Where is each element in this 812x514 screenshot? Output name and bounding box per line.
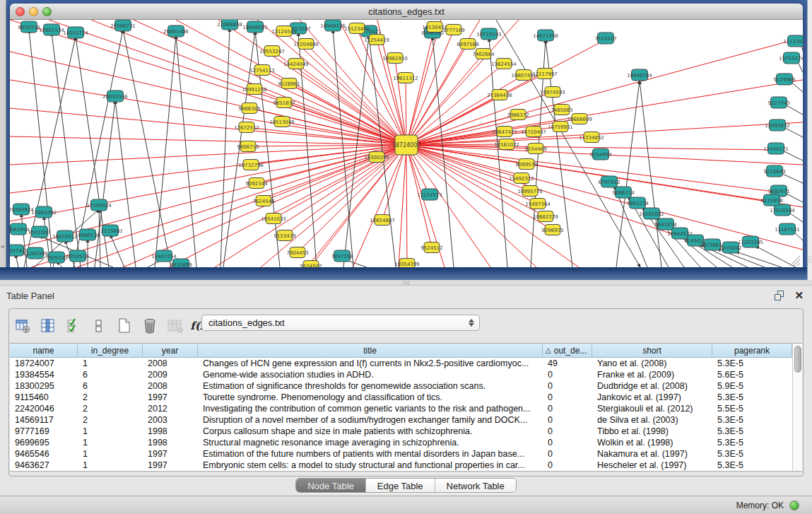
table-mode-icon[interactable] xyxy=(13,316,32,336)
network-window-titlebar[interactable]: citations_edges.txt xyxy=(10,4,803,20)
graph-node[interactable]: 9153419 xyxy=(273,230,295,241)
column-header-pagerank[interactable]: pagerank xyxy=(712,344,792,357)
column-header-in_degree[interactable]: in_degree xyxy=(78,344,143,357)
graph-node[interactable]: 12093832 xyxy=(765,119,790,131)
graph-node[interactable]: 10354399 xyxy=(394,259,420,268)
tab-edge-table[interactable]: Edge Table xyxy=(366,479,435,492)
graph-node[interactable]: 8099579 xyxy=(515,159,537,170)
graph-node[interactable]: 15751074 xyxy=(779,52,803,64)
graph-node[interactable]: 13624554 xyxy=(491,59,517,69)
column-header-title[interactable]: title xyxy=(198,344,543,357)
graph-node[interactable]: 7624546 xyxy=(252,196,275,206)
graph-node[interactable]: 12115681 xyxy=(98,225,123,236)
graph-node[interactable]: 8128961 xyxy=(278,78,300,89)
float-panel-icon[interactable] xyxy=(775,291,785,301)
divider-grip-icon[interactable] xyxy=(403,281,409,285)
graph-node[interactable]: 18724007 xyxy=(392,135,421,155)
graph-node[interactable]: 15981092 xyxy=(31,206,57,218)
graph-node[interactable]: 8215958 xyxy=(760,194,782,206)
table-row[interactable]: 2242004622012Investigating the contribut… xyxy=(10,403,792,414)
trash-icon[interactable] xyxy=(141,316,159,336)
table-row[interactable]: 911546021997Tourette syndrome. Phenomeno… xyxy=(10,392,792,403)
tab-node-table[interactable]: Node Table xyxy=(296,479,366,492)
table-row[interactable]: 1456911722003Disruption of a novel membe… xyxy=(10,414,792,426)
table-row[interactable]: 969969511998Structural magnetic resonanc… xyxy=(10,437,792,448)
graph-node[interactable]: 10682229 xyxy=(533,211,558,222)
graph-node[interactable]: 9886314 xyxy=(612,187,635,198)
split-divider[interactable] xyxy=(0,280,812,286)
close-window-button[interactable] xyxy=(16,7,25,16)
graph-node[interactable]: 7515527 xyxy=(594,33,616,44)
graph-node[interactable]: 12754113 xyxy=(249,65,275,76)
show-columns-icon[interactable] xyxy=(39,316,57,336)
graph-node[interactable]: 18846001 xyxy=(242,21,268,33)
graph-node[interactable]: 7857258 xyxy=(331,250,353,262)
graph-node[interactable]: 15720407 xyxy=(521,127,546,137)
graph-node[interactable]: 7986372 xyxy=(507,110,529,120)
graph-node[interactable]: 7905343 xyxy=(45,252,67,263)
resize-grip-icon[interactable] xyxy=(808,256,811,263)
graph-node[interactable]: 10991258 xyxy=(242,84,267,95)
graph-node[interactable]: 14671358 xyxy=(533,30,558,41)
graph-node[interactable]: 12204869 xyxy=(293,39,319,49)
graph-node[interactable]: 8930899 xyxy=(170,259,192,267)
graph-node[interactable]: 16949126 xyxy=(320,20,346,31)
new-document-icon[interactable] xyxy=(115,316,134,336)
graph-node[interactable]: 8096935 xyxy=(541,225,563,235)
column-header-year[interactable]: year xyxy=(143,344,198,357)
graph-node[interactable]: 9092344 xyxy=(245,178,268,189)
select-checks-icon[interactable] xyxy=(64,316,83,336)
graph-node[interactable]: 9210643 xyxy=(763,165,785,177)
graph-node[interactable]: 19033912 xyxy=(52,230,78,242)
graph-node[interactable]: 14055724 xyxy=(63,27,88,38)
tab-network-table[interactable]: Network Table xyxy=(435,479,516,492)
graph-node[interactable]: 9050513 xyxy=(66,250,88,262)
graph-node[interactable]: 17359924 xyxy=(86,199,112,211)
close-panel-icon[interactable]: ✕ xyxy=(794,289,804,301)
column-header-name[interactable]: name xyxy=(10,344,78,357)
graph-node[interactable]: 7981234 xyxy=(626,197,649,209)
table-row[interactable]: 946554611997Estimation of the future num… xyxy=(10,448,792,460)
graph-node[interactable]: 10341033 xyxy=(261,214,286,224)
graph-node[interactable]: 9524502 xyxy=(300,261,322,268)
graph-node[interactable]: 20053346 xyxy=(102,90,128,102)
graph-node[interactable]: 9524512 xyxy=(420,243,442,253)
graph-node[interactable]: 10719155 xyxy=(476,28,502,40)
graph-node[interactable]: 9777169 xyxy=(442,25,464,35)
scrollbar-thumb[interactable] xyxy=(794,346,801,373)
table-row[interactable]: 1872400712008Changes of HCN gene express… xyxy=(10,358,792,369)
graph-node[interactable]: 8850334 xyxy=(18,21,40,33)
graph-node[interactable]: 9806715 xyxy=(237,141,259,152)
column-header-out_de[interactable]: △out_de... xyxy=(543,344,592,357)
graph-node[interactable]: 9227343 xyxy=(767,97,789,108)
graph-node[interactable]: 9886305 xyxy=(238,103,260,114)
graph-node[interactable]: 9154994 xyxy=(589,148,612,160)
graph-node[interactable]: 11123044 xyxy=(783,35,803,47)
graph-node[interactable]: 9063954 xyxy=(10,223,30,235)
rows-icon[interactable] xyxy=(90,316,108,336)
graph-node[interactable]: 7904453 xyxy=(286,247,308,258)
graph-node[interactable]: 10732796 xyxy=(238,160,264,170)
table-selector-dropdown[interactable]: citations_edges.txt xyxy=(201,315,480,331)
graph-node[interactable]: 22068858 xyxy=(217,20,242,30)
graph-node[interactable]: 12654887 xyxy=(370,215,395,226)
graph-node[interactable]: 16961910 xyxy=(382,53,408,64)
graph-node[interactable]: 10553267 xyxy=(259,46,285,57)
graph-node[interactable]: 9129966 xyxy=(773,74,796,85)
graph-node[interactable]: 10165082 xyxy=(639,208,664,219)
graph-node[interactable]: 12444121 xyxy=(763,143,789,154)
table-row[interactable]: 977716911998Corpus callosum shape and si… xyxy=(10,426,792,437)
graph-node[interactable]: 6497568 xyxy=(457,39,478,49)
table-row[interactable]: 946362711997Embryonic stem cells: a mode… xyxy=(10,460,792,471)
minimize-window-button[interactable] xyxy=(29,7,38,16)
graph-node[interactable]: 7485083 xyxy=(551,105,572,115)
collapse-panel-arrow-icon[interactable]: ◂ xyxy=(1,243,4,250)
graph-node[interactable]: 10980136 xyxy=(75,229,100,240)
graph-node[interactable]: 12961534 xyxy=(39,24,64,35)
network-canvas[interactable]: 8850334129615341405572420306731208914062… xyxy=(10,20,803,267)
graph-node[interactable]: 9851837 xyxy=(273,98,295,108)
graph-node[interactable]: 11334852 xyxy=(579,132,604,143)
table-row[interactable]: 1938455462009Genome-wide association stu… xyxy=(10,369,792,380)
column-header-short[interactable]: short xyxy=(592,344,712,357)
graph-node[interactable]: 15492312 xyxy=(509,173,534,184)
